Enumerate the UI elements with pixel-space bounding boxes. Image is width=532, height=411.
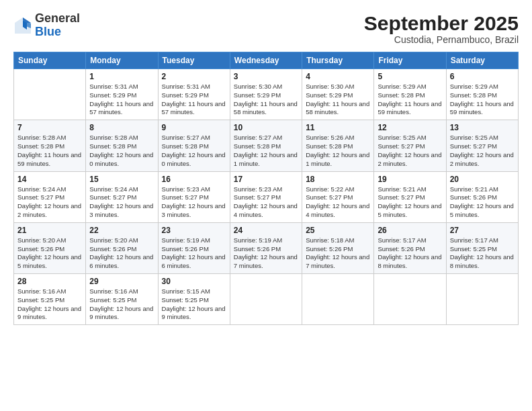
day-info: Sunrise: 5:23 AM Sunset: 5:27 PM Dayligh…	[162, 185, 226, 220]
day-number: 18	[306, 175, 370, 184]
day-info: Sunrise: 5:25 AM Sunset: 5:27 PM Dayligh…	[378, 134, 442, 168]
day-number: 30	[162, 277, 226, 286]
col-wednesday: Wednesday	[230, 52, 302, 69]
table-row: 30Sunrise: 5:15 AM Sunset: 5:25 PM Dayli…	[158, 274, 230, 325]
day-number: 21	[17, 226, 82, 235]
table-row: 14Sunrise: 5:24 AM Sunset: 5:27 PM Dayli…	[14, 171, 86, 222]
col-saturday: Saturday	[446, 52, 518, 69]
logo-text: General Blue	[35, 12, 80, 39]
table-row: 26Sunrise: 5:17 AM Sunset: 5:26 PM Dayli…	[374, 222, 446, 273]
table-row: 16Sunrise: 5:23 AM Sunset: 5:27 PM Dayli…	[158, 171, 230, 222]
table-row: 24Sunrise: 5:19 AM Sunset: 5:26 PM Dayli…	[230, 222, 302, 273]
table-row	[230, 274, 302, 325]
day-info: Sunrise: 5:22 AM Sunset: 5:27 PM Dayligh…	[306, 185, 370, 220]
day-number: 3	[234, 72, 298, 81]
day-number: 28	[17, 277, 82, 286]
table-row: 28Sunrise: 5:16 AM Sunset: 5:25 PM Dayli…	[14, 274, 86, 325]
table-row: 10Sunrise: 5:27 AM Sunset: 5:28 PM Dayli…	[230, 120, 302, 171]
day-info: Sunrise: 5:19 AM Sunset: 5:26 PM Dayligh…	[234, 236, 298, 271]
col-tuesday: Tuesday	[158, 52, 230, 69]
day-info: Sunrise: 5:29 AM Sunset: 5:28 PM Dayligh…	[450, 83, 515, 117]
table-row: 1Sunrise: 5:31 AM Sunset: 5:29 PM Daylig…	[86, 69, 158, 120]
day-number: 15	[89, 175, 154, 184]
table-row: 25Sunrise: 5:18 AM Sunset: 5:26 PM Dayli…	[302, 222, 374, 273]
day-info: Sunrise: 5:25 AM Sunset: 5:27 PM Dayligh…	[450, 134, 515, 168]
day-info: Sunrise: 5:27 AM Sunset: 5:28 PM Dayligh…	[162, 134, 226, 168]
header: General Blue September 2025 Custodia, Pe…	[13, 12, 519, 45]
table-row: 20Sunrise: 5:21 AM Sunset: 5:26 PM Dayli…	[446, 171, 518, 222]
table-row: 19Sunrise: 5:21 AM Sunset: 5:27 PM Dayli…	[374, 171, 446, 222]
subtitle: Custodia, Pernambuco, Brazil	[364, 34, 519, 45]
day-number: 20	[450, 175, 515, 184]
day-number: 14	[17, 175, 82, 184]
day-info: Sunrise: 5:30 AM Sunset: 5:29 PM Dayligh…	[234, 83, 298, 117]
day-number: 10	[234, 123, 298, 132]
table-row: 23Sunrise: 5:19 AM Sunset: 5:26 PM Dayli…	[158, 222, 230, 273]
day-number: 6	[450, 72, 515, 81]
day-info: Sunrise: 5:21 AM Sunset: 5:26 PM Dayligh…	[450, 185, 515, 220]
table-row: 3Sunrise: 5:30 AM Sunset: 5:29 PM Daylig…	[230, 69, 302, 120]
title-block: September 2025 Custodia, Pernambuco, Bra…	[364, 12, 519, 45]
day-number: 7	[17, 123, 82, 132]
day-info: Sunrise: 5:17 AM Sunset: 5:26 PM Dayligh…	[378, 236, 442, 271]
logo-icon	[13, 16, 32, 35]
day-info: Sunrise: 5:28 AM Sunset: 5:28 PM Dayligh…	[17, 134, 82, 168]
day-number: 12	[378, 123, 442, 132]
logo: General Blue	[13, 12, 80, 39]
day-info: Sunrise: 5:23 AM Sunset: 5:27 PM Dayligh…	[234, 185, 298, 220]
col-monday: Monday	[86, 52, 158, 69]
table-row: 7Sunrise: 5:28 AM Sunset: 5:28 PM Daylig…	[14, 120, 86, 171]
table-row	[14, 69, 86, 120]
table-row: 17Sunrise: 5:23 AM Sunset: 5:27 PM Dayli…	[230, 171, 302, 222]
day-number: 26	[378, 226, 442, 235]
logo-blue: Blue	[35, 26, 80, 39]
day-info: Sunrise: 5:21 AM Sunset: 5:27 PM Dayligh…	[378, 185, 442, 220]
day-info: Sunrise: 5:15 AM Sunset: 5:25 PM Dayligh…	[162, 287, 226, 322]
day-info: Sunrise: 5:24 AM Sunset: 5:27 PM Dayligh…	[17, 185, 82, 220]
day-info: Sunrise: 5:16 AM Sunset: 5:25 PM Dayligh…	[89, 287, 154, 322]
calendar-header-row: Sunday Monday Tuesday Wednesday Thursday…	[14, 52, 519, 69]
day-number: 8	[89, 123, 154, 132]
main-title: September 2025	[364, 12, 519, 34]
day-info: Sunrise: 5:19 AM Sunset: 5:26 PM Dayligh…	[162, 236, 226, 271]
table-row: 21Sunrise: 5:20 AM Sunset: 5:26 PM Dayli…	[14, 222, 86, 273]
day-info: Sunrise: 5:20 AM Sunset: 5:26 PM Dayligh…	[89, 236, 154, 271]
day-info: Sunrise: 5:31 AM Sunset: 5:29 PM Dayligh…	[89, 83, 154, 117]
day-number: 22	[89, 226, 154, 235]
table-row: 2Sunrise: 5:31 AM Sunset: 5:29 PM Daylig…	[158, 69, 230, 120]
table-row: 12Sunrise: 5:25 AM Sunset: 5:27 PM Dayli…	[374, 120, 446, 171]
table-row: 18Sunrise: 5:22 AM Sunset: 5:27 PM Dayli…	[302, 171, 374, 222]
table-row: 9Sunrise: 5:27 AM Sunset: 5:28 PM Daylig…	[158, 120, 230, 171]
col-sunday: Sunday	[14, 52, 86, 69]
day-info: Sunrise: 5:16 AM Sunset: 5:25 PM Dayligh…	[17, 287, 82, 322]
table-row	[302, 274, 374, 325]
table-row	[374, 274, 446, 325]
table-row: 4Sunrise: 5:30 AM Sunset: 5:29 PM Daylig…	[302, 69, 374, 120]
logo-general: General	[35, 12, 80, 26]
table-row: 6Sunrise: 5:29 AM Sunset: 5:28 PM Daylig…	[446, 69, 518, 120]
day-number: 25	[306, 226, 370, 235]
table-row: 8Sunrise: 5:28 AM Sunset: 5:28 PM Daylig…	[86, 120, 158, 171]
day-number: 5	[378, 72, 442, 81]
day-number: 23	[162, 226, 226, 235]
day-info: Sunrise: 5:24 AM Sunset: 5:27 PM Dayligh…	[89, 185, 154, 220]
page: General Blue September 2025 Custodia, Pe…	[0, 0, 532, 411]
day-number: 17	[234, 175, 298, 184]
day-info: Sunrise: 5:28 AM Sunset: 5:28 PM Dayligh…	[89, 134, 154, 168]
day-info: Sunrise: 5:27 AM Sunset: 5:28 PM Dayligh…	[234, 134, 298, 168]
day-info: Sunrise: 5:26 AM Sunset: 5:28 PM Dayligh…	[306, 134, 370, 168]
table-row	[446, 274, 518, 325]
col-thursday: Thursday	[302, 52, 374, 69]
day-number: 4	[306, 72, 370, 81]
table-row: 27Sunrise: 5:17 AM Sunset: 5:25 PM Dayli…	[446, 222, 518, 273]
day-info: Sunrise: 5:30 AM Sunset: 5:29 PM Dayligh…	[306, 83, 370, 117]
calendar-table: Sunday Monday Tuesday Wednesday Thursday…	[13, 52, 519, 325]
table-row: 29Sunrise: 5:16 AM Sunset: 5:25 PM Dayli…	[86, 274, 158, 325]
day-number: 2	[162, 72, 226, 81]
day-number: 13	[450, 123, 515, 132]
day-number: 27	[450, 226, 515, 235]
table-row: 13Sunrise: 5:25 AM Sunset: 5:27 PM Dayli…	[446, 120, 518, 171]
day-info: Sunrise: 5:17 AM Sunset: 5:25 PM Dayligh…	[450, 236, 515, 271]
day-number: 9	[162, 123, 226, 132]
table-row: 22Sunrise: 5:20 AM Sunset: 5:26 PM Dayli…	[86, 222, 158, 273]
